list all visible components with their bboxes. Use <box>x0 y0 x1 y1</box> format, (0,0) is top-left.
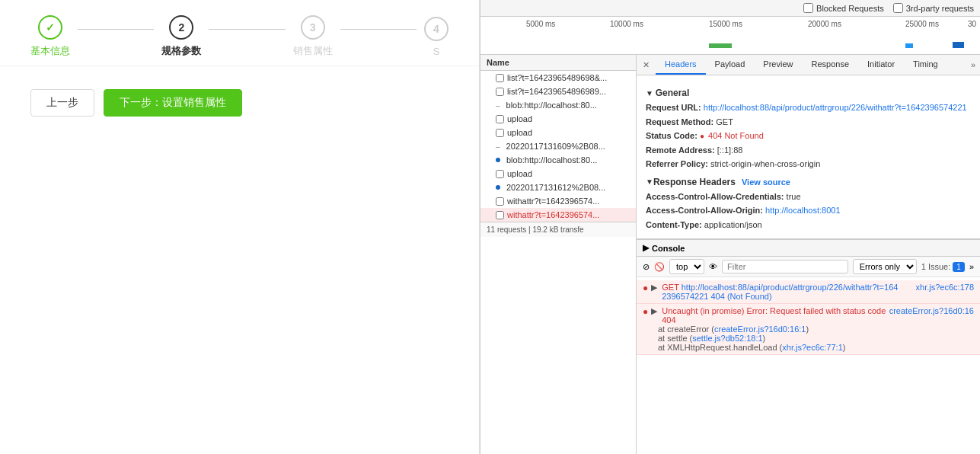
step-label-4: S <box>433 46 440 57</box>
network-item-8[interactable]: 20220117131612%2B08... <box>480 181 636 194</box>
console-error-1: ● ▶ Uncaught (in promise) Error: Request… <box>637 304 980 355</box>
devtools-panel: Blocked Requests 3rd-party requests 5000… <box>480 0 980 454</box>
tab-more-icon[interactable]: » <box>966 57 980 72</box>
network-item-7[interactable]: upload <box>480 167 636 181</box>
step-circle-1: ✓ <box>38 15 62 40</box>
context-select[interactable]: top <box>669 259 704 274</box>
acao-row: Access-Control-Allow-Origin: http://loca… <box>646 204 971 217</box>
tick-3: 15000 ms <box>709 20 742 28</box>
network-status-bar: 11 requests | 19.2 kB transfe <box>480 222 636 237</box>
dot-icon-6 <box>496 158 500 162</box>
left-panel: ✓ 基本信息 2 规格参数 3 销售属性 4 S 上一步 下一步：设置销售属性 <box>0 0 480 454</box>
tab-headers[interactable]: Headers <box>656 55 706 75</box>
referrer-row: Referrer Policy: strict-origin-when-cros… <box>646 158 971 171</box>
expand-icon-1[interactable]: ▶ <box>651 306 657 316</box>
tab-timing[interactable]: Timing <box>904 55 947 75</box>
issue-label: 1 Issue: 1 <box>921 262 965 271</box>
error-source-link-0[interactable]: xhr.js?ec6c:178 <box>916 283 974 292</box>
devtools-topbar: Blocked Requests 3rd-party requests <box>480 0 980 17</box>
error-detail-1: at createError (createError.js?16d0:16:1… <box>643 325 974 334</box>
error-detail-3: at XMLHttpRequest.handleLoad (xhr.js?ec6… <box>643 343 974 352</box>
step-label-1: 基本信息 <box>30 44 70 58</box>
console-log-icon[interactable]: 🚫 <box>654 262 665 272</box>
referrer-val: strict-origin-when-cross-origin <box>710 159 820 168</box>
timeline: 5000 ms 10000 ms 15000 ms 20000 ms 25000… <box>480 17 980 55</box>
step-circle-4: 4 <box>424 17 449 41</box>
create-error-link[interactable]: createError.js?16d0:16:1 <box>714 325 806 334</box>
request-url-row: Request URL: http://localhost:88/api/pro… <box>646 101 971 114</box>
view-source-link[interactable]: View source <box>742 177 790 187</box>
settle-link[interactable]: settle.js?db52:18:1 <box>692 334 762 343</box>
method-val: GET <box>716 117 733 126</box>
details-panel: ✕ Headers Payload Preview Response Initi… <box>637 55 980 454</box>
error-icon-1: ● <box>643 306 648 317</box>
tick-4: 20000 ms <box>808 20 841 28</box>
step-2: 2 规格参数 <box>161 15 201 58</box>
network-item-10[interactable]: withattr?t=1642396574... <box>480 208 636 222</box>
network-item-3[interactable]: upload <box>480 112 636 126</box>
network-item-1[interactable]: list?t=164239654896989... <box>480 85 636 98</box>
tab-close-icon[interactable]: ✕ <box>637 57 656 73</box>
referrer-label: Referrer Policy: <box>646 159 708 168</box>
timeline-bar-green <box>709 43 732 48</box>
step-label-3: 销售属性 <box>293 44 333 58</box>
tick-5: 25000 ms <box>905 20 939 28</box>
remote-val: [::1]:88 <box>717 145 743 155</box>
next-button[interactable]: 下一步：设置销售属性 <box>104 89 242 117</box>
remote-label: Remote Address: <box>646 145 715 155</box>
network-list-header: Name <box>480 55 636 71</box>
network-item-6[interactable]: blob:http://localhost:80... <box>480 153 636 167</box>
network-item-9[interactable]: withattr?t=1642396574... <box>480 194 636 208</box>
eye-icon[interactable]: 👁 <box>709 262 717 271</box>
method-label: Request Method: <box>646 117 713 126</box>
tab-preview[interactable]: Preview <box>754 55 802 75</box>
button-row: 上一步 下一步：设置销售属性 <box>30 89 449 117</box>
third-party-checkbox[interactable]: 3rd-party requests <box>893 3 974 13</box>
devtools-main: Name list?t=16423965489698&... list?t=16… <box>480 55 980 454</box>
error-source-link-1[interactable]: createError.js?16d0:16 <box>889 306 974 315</box>
network-item-0[interactable]: list?t=16423965489698&... <box>480 71 636 85</box>
prev-button[interactable]: 上一步 <box>30 89 94 117</box>
error-text-0: GET http://localhost:88/api/product/attr… <box>662 283 912 301</box>
network-item-4[interactable]: upload <box>480 126 636 139</box>
console-clear-icon[interactable]: ⊘ <box>643 262 650 272</box>
tab-initiator[interactable]: Initiator <box>858 55 904 75</box>
tick-2: 10000 ms <box>610 20 643 28</box>
tick-1: 5000 ms <box>526 20 555 28</box>
stepper: ✓ 基本信息 2 规格参数 3 销售属性 4 S <box>0 0 479 66</box>
console-toolbar: ⊘ 🚫 top 👁 Errors only 1 Issue: 1 » <box>637 257 980 277</box>
response-headers-title: Response Headers View source <box>646 177 971 187</box>
tab-payload[interactable]: Payload <box>706 55 755 75</box>
blocked-requests-checkbox[interactable]: Blocked Requests <box>803 3 884 13</box>
console-expand-icon: ▶ <box>643 243 649 253</box>
xhr-link[interactable]: xhr.js?ec6c:77:1 <box>782 343 843 352</box>
expand-icon-0[interactable]: ▶ <box>651 283 657 293</box>
step-circle-2: 2 <box>169 15 193 40</box>
step-line-2-3 <box>209 29 285 30</box>
content-area: 上一步 下一步：设置销售属性 <box>0 66 479 454</box>
timeline-bar-blue <box>905 43 913 48</box>
error-detail-2: at settle (settle.js?db52:18:1) <box>643 334 974 343</box>
errors-only-select[interactable]: Errors only <box>853 259 917 274</box>
tab-response[interactable]: Response <box>802 55 858 75</box>
filter-input[interactable] <box>722 260 848 273</box>
step-line-1-2 <box>78 29 154 30</box>
error-text-1: Uncaught (in promise) Error: Request fai… <box>662 306 886 325</box>
step-4: 4 S <box>424 17 449 57</box>
tab-bar: ✕ Headers Payload Preview Response Initi… <box>637 55 980 75</box>
request-url-val: http://localhost:88/api/product/attrgrou… <box>704 103 967 112</box>
error-url-link-0[interactable]: http://localhost:88/api/product/attrgrou… <box>662 283 898 301</box>
tick-6: 30 <box>968 20 976 28</box>
network-item-2[interactable]: –blob:http://localhost:80... <box>480 98 636 112</box>
console-section: ▶ Console ⊘ 🚫 top 👁 Errors only 1 Issue:… <box>637 238 980 358</box>
status-row: Status Code: ● 404 Not Found <box>646 129 971 142</box>
status-val: 404 Not Found <box>708 131 764 140</box>
network-item-5[interactable]: –20220117131609%2B08... <box>480 139 636 153</box>
error-line-0: ● ▶ GET http://localhost:88/api/product/… <box>643 283 974 301</box>
general-section-title: General <box>646 88 971 98</box>
console-more-icon[interactable]: » <box>969 262 974 271</box>
console-header: ▶ Console <box>637 239 980 257</box>
remote-row: Remote Address: [::1]:88 <box>646 144 971 157</box>
status-label: Status Code: <box>646 131 697 140</box>
error-icon-0: ● <box>643 283 648 293</box>
